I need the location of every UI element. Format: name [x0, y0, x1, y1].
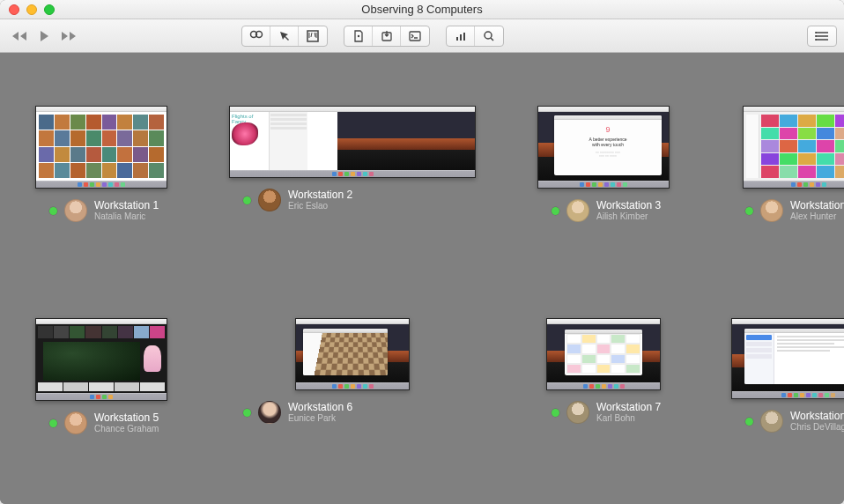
- previous-button[interactable]: [7, 26, 32, 46]
- user-name: Eunice Park: [288, 413, 352, 423]
- computer-cell[interactable]: Workstation 4 Alex Hunter: [731, 106, 844, 222]
- svg-point-10: [815, 32, 817, 33]
- user-avatar: [760, 199, 783, 222]
- toolbar: [0, 19, 844, 53]
- computer-name: Workstation 1: [94, 200, 159, 211]
- window-controls: [0, 4, 55, 15]
- computer-name: Workstation 8: [790, 411, 844, 422]
- svg-rect-5: [410, 32, 420, 41]
- status-indicator: [745, 418, 753, 426]
- computer-meta: Workstation 1 Natalia Maric: [35, 199, 167, 222]
- svg-rect-7: [460, 34, 462, 41]
- screen-thumbnail[interactable]: [35, 318, 167, 401]
- screen-thumbnail[interactable]: [295, 318, 410, 390]
- computer-cell[interactable]: Workstation 8 Chris DeVillaggio: [731, 318, 844, 433]
- svg-point-12: [815, 39, 817, 41]
- file-controls: [344, 26, 430, 47]
- user-avatar: [64, 411, 87, 434]
- unix-button[interactable]: [401, 26, 429, 46]
- app-window: Observing 8 Computers: [0, 0, 844, 504]
- playback-controls: [7, 26, 81, 46]
- screen-thumbnail[interactable]: [35, 106, 167, 189]
- user-avatar: [566, 401, 589, 424]
- next-button[interactable]: [56, 26, 81, 46]
- user-avatar: [64, 199, 87, 222]
- status-indicator: [243, 409, 251, 417]
- computer-meta: Workstation 2 Eric Eslao: [229, 189, 476, 211]
- screen-thumbnail[interactable]: [546, 318, 661, 390]
- minimize-button[interactable]: [26, 4, 37, 15]
- copy-button[interactable]: [344, 26, 373, 46]
- computer-meta: Workstation 3 Ailish Kimber: [537, 199, 670, 222]
- screen-thumbnail[interactable]: 9 A better experiencewith every touch ━━…: [537, 106, 670, 189]
- svg-rect-8: [463, 33, 465, 41]
- computer-meta: Workstation 7 Karl Bohn: [537, 401, 670, 424]
- user-name: Chance Graham: [94, 424, 159, 434]
- svg-point-3: [357, 34, 359, 36]
- computer-name: Workstation 2: [288, 189, 352, 201]
- view-controls: [446, 26, 504, 47]
- curtain-button[interactable]: [299, 26, 327, 46]
- user-name: Alex Hunter: [790, 211, 844, 221]
- status-indicator: [552, 207, 559, 215]
- spotlight-button[interactable]: [475, 26, 503, 46]
- computers-grid: Workstation 1 Natalia Maric Flights ofFa…: [0, 53, 844, 504]
- user-avatar: [258, 189, 281, 211]
- computer-meta: Workstation 8 Chris DeVillaggio: [731, 410, 844, 433]
- computer-cell[interactable]: Workstation 7 Karl Bohn: [537, 318, 670, 424]
- status-indicator: [49, 207, 57, 215]
- svg-point-9: [485, 32, 492, 39]
- user-name: Ailish Kimber: [596, 211, 661, 221]
- reports-button[interactable]: [447, 26, 475, 46]
- toolbar-right: [807, 26, 837, 47]
- observe-button[interactable]: [242, 26, 270, 46]
- computer-name: Workstation 3: [596, 200, 661, 211]
- computer-cell[interactable]: Workstation 5 Chance Graham: [35, 318, 167, 434]
- status-indicator: [243, 196, 251, 204]
- status-indicator: [49, 419, 57, 427]
- play-button[interactable]: [32, 26, 56, 46]
- user-avatar: [566, 199, 589, 222]
- screen-thumbnail[interactable]: [731, 318, 844, 399]
- computer-meta: Workstation 5 Chance Graham: [35, 411, 167, 434]
- screen-thumbnail[interactable]: Flights ofFancy: [229, 106, 476, 178]
- list-view-button[interactable]: [808, 26, 836, 46]
- install-button[interactable]: [373, 26, 401, 46]
- user-avatar: [760, 410, 783, 433]
- computer-name: Workstation 6: [288, 402, 352, 413]
- computer-cell[interactable]: Workstation 6 Eunice Park: [229, 318, 476, 424]
- computer-cell[interactable]: 9 A better experiencewith every touch ━━…: [537, 106, 670, 222]
- user-name: Natalia Maric: [94, 211, 159, 221]
- computer-cell[interactable]: Flights ofFancy Workstation 2 Eric: [229, 106, 476, 211]
- zoom-button[interactable]: [44, 4, 55, 15]
- status-indicator: [552, 409, 559, 417]
- user-name: Chris DeVillaggio: [790, 422, 844, 432]
- user-avatar: [258, 401, 281, 424]
- window-title: Observing 8 Computers: [0, 3, 844, 16]
- control-button[interactable]: [270, 26, 299, 46]
- computer-name: Workstation 7: [596, 402, 661, 413]
- computer-meta: Workstation 4 Alex Hunter: [731, 199, 844, 222]
- user-name: Karl Bohn: [596, 413, 661, 423]
- user-name: Eric Eslao: [288, 201, 352, 211]
- computer-name: Workstation 4: [790, 200, 844, 211]
- close-button[interactable]: [9, 4, 19, 15]
- mode-controls: [241, 26, 328, 47]
- svg-rect-6: [456, 37, 458, 41]
- computer-meta: Workstation 6 Eunice Park: [229, 401, 476, 424]
- computer-cell[interactable]: Workstation 1 Natalia Maric: [35, 106, 167, 222]
- svg-point-11: [815, 35, 817, 37]
- screen-thumbnail[interactable]: [743, 106, 845, 189]
- status-indicator: [745, 207, 753, 215]
- toolbar-center: [241, 26, 504, 47]
- titlebar: Observing 8 Computers: [0, 0, 844, 19]
- computer-name: Workstation 5: [94, 412, 159, 424]
